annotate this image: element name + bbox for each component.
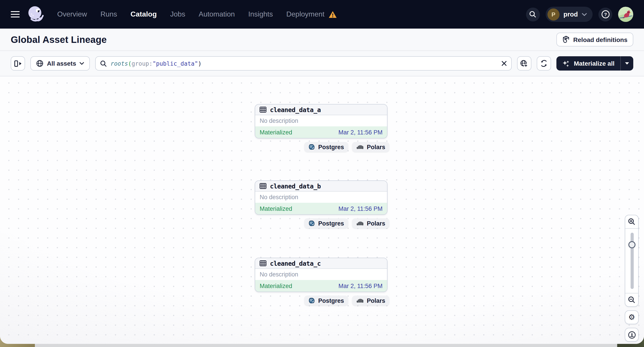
- avatar-cardinal-image: [618, 7, 633, 22]
- reload-definitions-label: Reload definitions: [573, 36, 628, 43]
- asset-name: cleaned_data_b: [270, 182, 321, 190]
- tag-postgres[interactable]: Postgres: [304, 296, 348, 306]
- materialized-timestamp[interactable]: Mar 2, 11:56 PM: [338, 205, 382, 212]
- asset-scope-dropdown[interactable]: All assets: [30, 56, 90, 70]
- zoom-out-button[interactable]: [625, 293, 638, 306]
- asset-node-cleaned-data-a[interactable]: cleaned_data_a No description Materializ…: [255, 104, 388, 138]
- asset-node-footer: Materialized Mar 2, 11:56 PM: [255, 126, 387, 138]
- materialize-all-label: Materialize all: [574, 60, 614, 67]
- tag-polars[interactable]: Polars: [352, 142, 389, 152]
- reload-definitions-button[interactable]: Reload definitions: [556, 32, 633, 46]
- zoom-control-panel: [625, 215, 639, 307]
- caret-down-icon: [625, 62, 629, 65]
- tag-label: Postgres: [318, 220, 344, 227]
- asset-node-footer: Materialized Mar 2, 11:56 PM: [255, 280, 387, 292]
- lineage-toolbar: All assets roots(group:"public_data"): [0, 51, 644, 76]
- materialize-options-button[interactable]: [621, 56, 633, 70]
- asset-node-body: No description: [255, 115, 387, 126]
- nav-item-overview[interactable]: Overview: [57, 10, 87, 18]
- nav-item-catalog[interactable]: Catalog: [130, 10, 157, 18]
- materialize-all-split-button: Materialize all: [556, 56, 633, 70]
- globe-add-icon: [520, 60, 528, 67]
- global-search-button[interactable]: [526, 7, 540, 21]
- page-title: Global Asset Lineage: [11, 34, 107, 45]
- search-icon: [100, 60, 107, 67]
- nav-item-insights[interactable]: Insights: [248, 10, 273, 18]
- asset-node-header: cleaned_data_a: [255, 104, 387, 115]
- query-close-paren: ): [198, 60, 202, 67]
- materialized-status: Materialized: [260, 129, 292, 136]
- tag-label: Polars: [367, 220, 385, 227]
- asset-tag-row: Postgres: [255, 218, 389, 228]
- tag-polars[interactable]: Polars: [352, 218, 389, 228]
- app-window: Overview Runs Catalog Jobs Automation In…: [0, 0, 644, 344]
- asset-selection-query[interactable]: roots(group:"public_data"): [110, 60, 498, 67]
- asset-node-body: No description: [255, 269, 387, 280]
- query-open-paren: (: [128, 60, 132, 67]
- postgres-icon: [308, 144, 315, 150]
- nav-item-jobs[interactable]: Jobs: [170, 10, 185, 18]
- query-function: roots: [110, 60, 128, 67]
- environment-name: prod: [564, 11, 578, 18]
- tag-polars[interactable]: Polars: [352, 296, 389, 306]
- materialized-timestamp[interactable]: Mar 2, 11:56 PM: [338, 283, 382, 289]
- user-avatar[interactable]: [618, 7, 633, 22]
- materialized-status: Materialized: [260, 205, 292, 212]
- asset-node-footer: Materialized Mar 2, 11:56 PM: [255, 203, 387, 214]
- nav-item-automation[interactable]: Automation: [199, 10, 235, 18]
- nav-item-runs[interactable]: Runs: [100, 10, 117, 18]
- chevron-down-icon: [582, 13, 587, 16]
- clear-query-button[interactable]: [502, 61, 507, 66]
- lineage-canvas[interactable]: cleaned_data_a No description Materializ…: [0, 76, 644, 344]
- zoom-slider-thumb[interactable]: [628, 241, 636, 248]
- download-graph-button[interactable]: [625, 328, 639, 342]
- sparkles-icon: [562, 60, 570, 67]
- zoom-in-icon: [628, 218, 636, 226]
- table-icon: [260, 183, 266, 189]
- postgres-icon: [308, 297, 315, 304]
- environment-switcher[interactable]: P prod: [546, 7, 592, 22]
- asset-tag-row: Postgres: [255, 142, 389, 152]
- warning-icon: [328, 10, 337, 18]
- tag-label: Polars: [367, 144, 385, 150]
- refresh-graph-button[interactable]: [537, 56, 551, 70]
- asset-node-cleaned-data-c[interactable]: cleaned_data_c No description Materializ…: [255, 258, 388, 292]
- tag-label: Postgres: [318, 297, 344, 304]
- view-full-graph-button[interactable]: [517, 56, 532, 70]
- zoom-out-icon: [628, 296, 636, 304]
- query-key: group:: [132, 60, 152, 67]
- asset-description: No description: [260, 194, 298, 201]
- asset-node-cleaned-data-b[interactable]: cleaned_data_b No description Materializ…: [255, 180, 388, 215]
- reload-definitions-icon: [562, 36, 570, 43]
- asset-node-group: cleaned_data_a No description Materializ…: [255, 104, 388, 152]
- nav-item-deployment[interactable]: Deployment: [286, 10, 337, 18]
- dagster-logo-icon[interactable]: [27, 5, 45, 23]
- asset-node-header: cleaned_data_b: [255, 181, 387, 192]
- table-icon: [260, 260, 266, 266]
- open-sidebar-panel-button[interactable]: [11, 56, 25, 70]
- close-icon: [502, 61, 507, 66]
- table-icon: [260, 107, 266, 112]
- help-button[interactable]: ?: [598, 7, 612, 21]
- asset-node-body: No description: [255, 192, 387, 203]
- refresh-icon: [540, 60, 548, 67]
- top-nav-bar: Overview Runs Catalog Jobs Automation In…: [0, 0, 644, 28]
- asset-description: No description: [260, 271, 298, 278]
- asset-selection-input[interactable]: roots(group:"public_data"): [96, 56, 512, 70]
- materialized-timestamp[interactable]: Mar 2, 11:56 PM: [338, 129, 382, 136]
- asset-name: cleaned_data_a: [270, 106, 321, 113]
- environment-initial-badge: P: [548, 8, 560, 20]
- tag-postgres[interactable]: Postgres: [304, 142, 348, 152]
- zoom-in-button[interactable]: [625, 215, 638, 229]
- download-icon: [628, 331, 636, 339]
- tag-postgres[interactable]: Postgres: [304, 218, 348, 228]
- tag-label: Postgres: [318, 144, 344, 150]
- graph-settings-button[interactable]: ⚙: [625, 310, 639, 324]
- polars-icon: [356, 221, 364, 226]
- hamburger-menu-icon[interactable]: [11, 11, 20, 18]
- zoom-slider: [625, 229, 638, 293]
- tag-label: Polars: [367, 297, 385, 304]
- materialize-all-button[interactable]: Materialize all: [556, 56, 620, 70]
- asset-scope-label: All assets: [47, 60, 76, 67]
- asset-tag-row: Postgres: [255, 296, 389, 306]
